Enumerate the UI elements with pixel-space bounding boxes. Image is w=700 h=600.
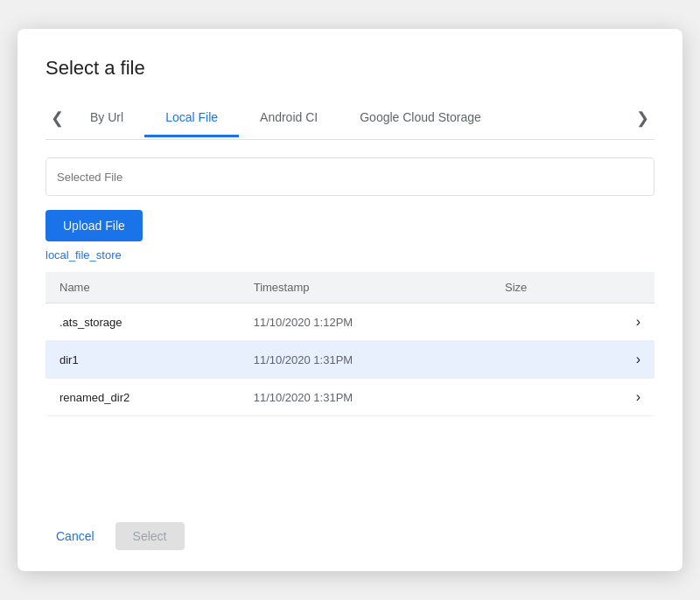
table-header: NameTimestampSize: [46, 272, 654, 303]
table-row[interactable]: renamed_dir211/10/2020 1:31PM›: [46, 379, 654, 416]
tab-prev-arrow[interactable]: ❮: [46, 97, 69, 139]
col-header-timestamp: Timestamp: [240, 272, 491, 303]
tab-local-file[interactable]: Local File: [144, 100, 239, 137]
table-body: .ats_storage11/10/2020 1:12PM›dir111/10/…: [46, 303, 654, 416]
table-row[interactable]: dir111/10/2020 1:31PM›: [46, 341, 654, 379]
cell-chevron[interactable]: ›: [590, 379, 654, 416]
tab-next-arrow[interactable]: ❯: [631, 97, 654, 139]
cell-chevron[interactable]: ›: [590, 341, 654, 379]
cell-size: [491, 341, 590, 379]
cell-name: renamed_dir2: [46, 379, 240, 416]
table-header-row: NameTimestampSize: [46, 272, 654, 303]
table-row[interactable]: .ats_storage11/10/2020 1:12PM›: [46, 303, 654, 341]
dialog-title: Select a file: [46, 57, 654, 80]
cell-name: .ats_storage: [46, 303, 240, 341]
cell-timestamp: 11/10/2020 1:12PM: [240, 303, 491, 341]
upload-file-button[interactable]: Upload File: [46, 210, 143, 241]
tabs-wrapper: ❮ By UrlLocal FileAndroid CIGoogle Cloud…: [46, 97, 654, 140]
col-header-action: [590, 272, 654, 303]
selected-file-input[interactable]: [46, 157, 654, 196]
col-header-name: Name: [46, 272, 240, 303]
tab-android-ci[interactable]: Android CI: [239, 100, 339, 137]
cell-timestamp: 11/10/2020 1:31PM: [240, 341, 491, 379]
cancel-button[interactable]: Cancel: [46, 522, 105, 550]
cell-name: dir1: [46, 341, 240, 379]
dialog-footer: Cancel Select: [46, 501, 654, 550]
tab-by-url[interactable]: By Url: [69, 100, 144, 137]
cell-chevron[interactable]: ›: [590, 303, 654, 341]
file-store-link[interactable]: local_file_store: [46, 248, 654, 262]
cell-timestamp: 11/10/2020 1:31PM: [240, 379, 491, 416]
content-area: Upload File local_file_store NameTimesta…: [46, 140, 654, 501]
tab-google-cloud-storage[interactable]: Google Cloud Storage: [339, 100, 502, 137]
select-file-dialog: Select a file ❮ By UrlLocal FileAndroid …: [18, 29, 682, 571]
col-header-size: Size: [491, 272, 590, 303]
cell-size: [491, 303, 590, 341]
cell-size: [491, 379, 590, 416]
select-button[interactable]: Select: [116, 522, 185, 550]
file-table: NameTimestampSize .ats_storage11/10/2020…: [46, 272, 654, 416]
tabs-list: By UrlLocal FileAndroid CIGoogle Cloud S…: [69, 100, 631, 136]
